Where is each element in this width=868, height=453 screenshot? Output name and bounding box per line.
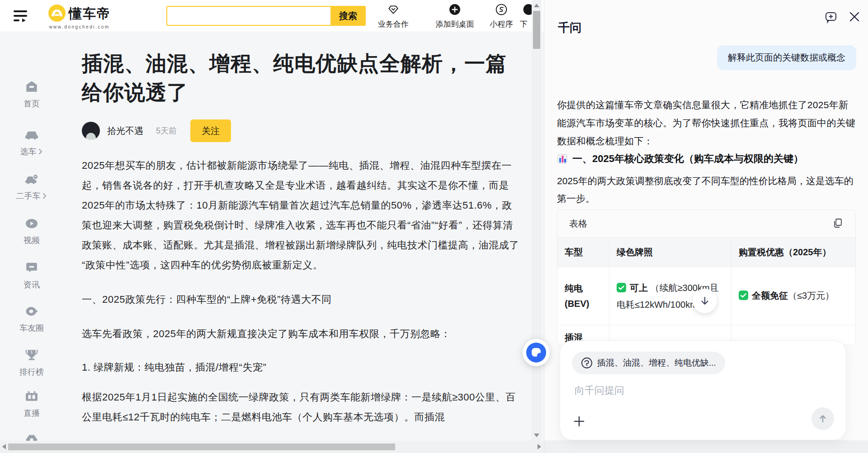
user-message-bubble: 解释此页面的关键数据或概念 bbox=[717, 45, 856, 70]
miniprogram-icon bbox=[495, 4, 507, 17]
sidebar-item-select-car[interactable]: 选车 bbox=[0, 129, 63, 157]
section-intro: 2025年的两大政策调整彻底改变了不同车型的性价比格局，这是选车的第一步。 bbox=[557, 172, 857, 207]
sidebar-item-home[interactable]: 首页 bbox=[0, 81, 63, 109]
dongchedi-logo-icon bbox=[48, 4, 66, 24]
section-heading: 一、2025年核心政策变化（购车成本与权限的关键） bbox=[572, 152, 803, 166]
context-chip-label: 插混、油混、增程、纯电优缺... bbox=[597, 357, 716, 369]
column-header: 绿色牌照 bbox=[609, 238, 731, 267]
sidebar-item-label: 视频 bbox=[24, 235, 40, 246]
nav-label: 业务合作 bbox=[378, 19, 409, 29]
news-icon bbox=[25, 262, 38, 275]
sidebar-item-label: 排行榜 bbox=[19, 367, 44, 377]
table-header-row: 车型 绿色牌照 购置税优惠（2025年） bbox=[557, 238, 855, 267]
sidebar-item-live[interactable]: 直播 bbox=[0, 391, 63, 419]
screen: 懂车帝 www.dongchedi.com 搜索 业务合作 添加到桌面 bbox=[0, 0, 868, 453]
paragraph: 2025年想买车的朋友，估计都被新能源市场绕晕了——纯电、插混、增程、油混四种车… bbox=[82, 156, 521, 275]
play-icon bbox=[25, 218, 38, 231]
nav-business-cooperation[interactable]: 业务合作 bbox=[371, 4, 416, 29]
sidebar-item-label: 选车 bbox=[20, 146, 37, 157]
check-icon bbox=[617, 281, 626, 297]
scroll-left-arrow-icon[interactable] bbox=[2, 444, 6, 449]
sidebar-item-label: 直播 bbox=[24, 408, 40, 419]
bar-chart-emoji-icon bbox=[557, 153, 568, 164]
search-button[interactable]: 搜索 bbox=[330, 6, 366, 26]
article-body: 2025年想买车的朋友，估计都被新能源市场绕晕了——纯电、插混、增程、油混四种车… bbox=[82, 156, 521, 427]
close-icon[interactable] bbox=[848, 11, 861, 24]
vehicle-type: 纯电 (BEV) bbox=[565, 281, 602, 311]
new-chat-icon[interactable] bbox=[825, 11, 837, 24]
follow-button[interactable]: 关注 bbox=[190, 119, 231, 142]
author-name[interactable]: 拾光不遇 bbox=[107, 125, 143, 137]
sidebar: 首页 选车 二手车 视频 资讯 车友圈 1 bbox=[0, 32, 63, 441]
brand-url: www.dongchedi.com bbox=[49, 24, 109, 29]
ask-input[interactable] bbox=[574, 384, 829, 397]
car-icon bbox=[25, 129, 38, 142]
column-header: 车型 bbox=[557, 238, 609, 267]
copy-icon[interactable] bbox=[832, 218, 844, 229]
paragraph: 根据2025年1月1日起实施的全国统一绿牌政策，只有两类车能新增绿牌：一是续航≥… bbox=[82, 387, 521, 427]
column-header: 购置税优惠（2025年） bbox=[731, 238, 855, 267]
scroll-down-arrow-icon[interactable] bbox=[534, 434, 539, 437]
tax-detail: （≤3万元） bbox=[788, 291, 834, 300]
vertical-scrollbar[interactable] bbox=[532, 0, 542, 441]
author-row: 拾光不遇 5天前 关注 bbox=[82, 119, 521, 142]
chevron-right-icon bbox=[42, 193, 47, 199]
sidebar-item-label: 首页 bbox=[24, 98, 40, 109]
paragraph: 选车先看政策，2025年的两大新规直接决定了购车成本和用车权限，千万别忽略： bbox=[82, 324, 521, 344]
context-chip[interactable]: 插混、油混、增程、纯电优缺... bbox=[572, 352, 725, 374]
home-icon bbox=[25, 81, 38, 94]
horizontal-scrollbar-thumb[interactable] bbox=[8, 443, 395, 450]
nav-label: 小程序 bbox=[490, 19, 513, 29]
sidebar-item-used-car[interactable]: 二手车 bbox=[0, 174, 63, 201]
nav-label: 添加到桌面 bbox=[436, 19, 474, 29]
used-car-icon bbox=[25, 174, 38, 186]
paragraph: 一、2025政策先行：四种车型的“上牌+免税”待遇大不同 bbox=[82, 290, 521, 310]
qianwen-logo-icon bbox=[581, 357, 593, 369]
download-icon bbox=[520, 4, 532, 17]
search-box: 搜索 bbox=[166, 6, 366, 26]
add-attachment-icon[interactable] bbox=[572, 415, 586, 429]
publish-time: 5天前 bbox=[156, 125, 177, 136]
tax-status: 全额免征 bbox=[752, 291, 788, 300]
sidebar-item-news[interactable]: 资讯 bbox=[0, 262, 63, 290]
check-icon bbox=[739, 289, 748, 305]
paragraph: 1. 绿牌新规：纯电独苗，插混/增程“失宠” bbox=[82, 358, 521, 377]
composer-card: 插混、油混、增程、纯电优缺... bbox=[560, 340, 846, 440]
trophy-icon: 1 bbox=[25, 349, 38, 362]
gem-icon bbox=[387, 4, 399, 17]
down-arrow-icon bbox=[699, 296, 710, 306]
scroll-up-arrow-icon[interactable] bbox=[534, 4, 539, 7]
community-icon bbox=[25, 306, 38, 319]
dongchedi-logo[interactable]: 懂车帝 www.dongchedi.com bbox=[48, 4, 111, 29]
horizontal-scrollbar[interactable] bbox=[0, 441, 544, 453]
section-heading-row: 一、2025年核心政策变化（购车成本与权限的关键） bbox=[557, 152, 803, 166]
assistant-bubble-icon bbox=[522, 339, 550, 367]
scroll-right-arrow-icon[interactable] bbox=[538, 444, 541, 449]
topbar: 懂车帝 www.dongchedi.com 搜索 业务合作 添加到桌面 bbox=[0, 0, 544, 32]
table-card: 表格 车型 绿色牌照 购置税优惠（2025年） 纯电 (BEV) 可上 （续航≥… bbox=[557, 210, 856, 345]
plus-circle-icon bbox=[449, 4, 461, 17]
avatar[interactable] bbox=[82, 122, 100, 140]
table-card-header: 表格 bbox=[557, 210, 855, 238]
ai-response-text: 你提供的这篇懂车帝文章确实信息量很大，它精准地抓住了2025年新能源汽车市场变革… bbox=[557, 96, 857, 150]
ai-assistant-button[interactable] bbox=[522, 339, 550, 367]
license-status: 可上 bbox=[630, 283, 648, 293]
nav-add-to-desktop[interactable]: 添加到桌面 bbox=[432, 4, 477, 29]
search-input[interactable] bbox=[166, 6, 330, 26]
scroll-to-bottom-button[interactable] bbox=[693, 289, 717, 313]
svg-text:1: 1 bbox=[31, 350, 33, 354]
send-button[interactable] bbox=[811, 407, 834, 430]
sidebar-item-label: 资讯 bbox=[24, 279, 40, 290]
up-arrow-icon bbox=[818, 414, 828, 424]
menu-icon[interactable] bbox=[14, 9, 29, 23]
vertical-scrollbar-thumb[interactable] bbox=[533, 11, 540, 49]
brand-name: 懂车帝 bbox=[69, 5, 111, 23]
sidebar-item-community[interactable]: 车友圈 bbox=[0, 306, 63, 334]
dongchedi-page: 懂车帝 www.dongchedi.com 搜索 业务合作 添加到桌面 bbox=[0, 0, 544, 453]
table-label: 表格 bbox=[569, 218, 587, 230]
panel-title: 千问 bbox=[558, 20, 581, 36]
qianwen-panel: 千问 解释此页面的关键数据或概念 你提供的这篇懂车帝文章确实信息量很大，它精准地… bbox=[544, 0, 868, 453]
article: 插混、油混、增程、纯电优缺点全解析，一篇给你说透了 拾光不遇 5天前 关注 20… bbox=[82, 32, 521, 427]
sidebar-item-ranking[interactable]: 1 排行榜 bbox=[0, 349, 63, 377]
sidebar-item-video[interactable]: 视频 bbox=[0, 218, 63, 246]
